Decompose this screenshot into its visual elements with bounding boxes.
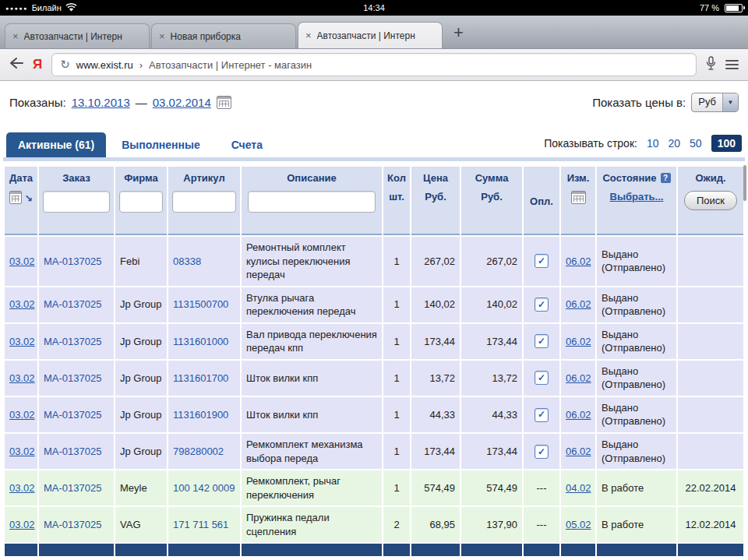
date-to-link[interactable]: 03.02.2014 (153, 96, 211, 109)
order-date-link[interactable]: 03.02 (9, 409, 35, 421)
order-number-link[interactable]: MA-0137025 (44, 298, 101, 310)
close-tab-icon[interactable]: × (305, 30, 312, 41)
order-date-link[interactable]: 03.02 (9, 255, 35, 267)
article-link[interactable]: 1131500700 (173, 298, 228, 310)
new-tab-button[interactable]: + (453, 24, 464, 44)
date-from-link[interactable]: 13.10.2013 (72, 96, 130, 109)
order-number-link[interactable]: MA-0137025 (44, 336, 101, 347)
column-sum[interactable]: Сумма (464, 172, 520, 184)
article-link[interactable]: 798280002 (173, 446, 224, 457)
description-text: Ремкомплект механизма выбора переда (246, 438, 363, 464)
date-range-separator: — (136, 96, 147, 109)
order-date-link[interactable]: 03.02 (9, 298, 35, 310)
column-qty[interactable]: Кол (386, 172, 408, 184)
description-text: Ремонтный комплект кулисы переключения п… (246, 241, 350, 280)
changed-date-link[interactable]: 06.02 (566, 255, 591, 267)
article-link[interactable]: 1131601000 (173, 336, 228, 347)
firm-name: Meyle (120, 482, 147, 494)
column-order[interactable]: Заказ (41, 172, 111, 184)
firm-name: Febi (120, 255, 139, 267)
changed-date-link[interactable]: 06.02 (566, 446, 591, 457)
column-description[interactable]: Описание (244, 172, 379, 184)
quantity-value: 1 (393, 336, 399, 347)
article-link[interactable]: 1131601900 (173, 409, 228, 421)
yandex-logo-icon[interactable]: Я (33, 57, 42, 72)
order-filter-input[interactable] (43, 191, 110, 213)
back-button[interactable] (9, 57, 23, 72)
browser-tab-bar: × Автозапчасти | Интерн × Новая приборка… (0, 16, 748, 49)
changed-filter-calendar-icon[interactable] (571, 191, 586, 204)
order-number-link[interactable]: MA-0137025 (44, 446, 101, 457)
changed-date-link[interactable]: 04.02 (566, 482, 591, 494)
article-filter-input[interactable] (172, 191, 236, 213)
changed-date-link[interactable]: 06.02 (566, 336, 591, 347)
paid-checkbox[interactable]: ✓ (535, 445, 549, 459)
browser-tab[interactable]: × Автозапчасти | Интерн (5, 23, 150, 48)
order-date-link[interactable]: 03.02 (9, 446, 35, 457)
quantity-value: 1 (393, 372, 399, 384)
column-status[interactable]: Состояние (602, 172, 656, 184)
check-icon: ✓ (538, 408, 545, 421)
changed-date-link[interactable]: 05.02 (566, 519, 591, 530)
order-number-link[interactable]: MA-0137025 (44, 255, 101, 267)
menu-icon[interactable] (725, 58, 739, 72)
article-link[interactable]: 08338 (173, 255, 201, 267)
column-paid[interactable]: Опл. (526, 195, 557, 207)
date-filter-calendar-icon[interactable] (9, 191, 22, 204)
order-number-link[interactable]: MA-0137025 (44, 409, 101, 421)
address-bar[interactable]: ↻ www.exist.ru › Автозапчасти | Интернет… (51, 53, 697, 76)
price-value: 173,44 (424, 446, 455, 457)
sort-direction-icon[interactable]: ↘ (25, 192, 33, 203)
scrollbar-thumb[interactable] (743, 165, 746, 201)
order-number-link[interactable]: MA-0137025 (44, 482, 101, 494)
rows-option-50[interactable]: 50 (690, 137, 702, 150)
order-number-link[interactable]: MA-0137025 (44, 372, 101, 384)
article-link[interactable]: 1131601700 (173, 372, 228, 384)
rows-option-20[interactable]: 20 (668, 137, 680, 150)
column-firm[interactable]: Фирма (118, 172, 164, 184)
article-link[interactable]: 171 711 561 (173, 519, 228, 530)
close-tab-icon[interactable]: × (159, 30, 165, 42)
paid-checkbox[interactable]: ✓ (535, 334, 549, 348)
close-tab-icon[interactable]: × (12, 30, 19, 42)
rows-option-100[interactable]: 100 (711, 135, 742, 152)
paid-checkbox[interactable]: ✓ (535, 408, 549, 422)
order-date-link[interactable]: 03.02 (9, 482, 35, 494)
column-sum-unit: Руб. (464, 191, 520, 203)
column-price[interactable]: Цена (414, 172, 457, 184)
currency-dropdown[interactable]: Руб ▼ (691, 93, 739, 112)
description-filter-input[interactable] (248, 191, 376, 213)
column-changed[interactable]: Изм. (563, 172, 593, 184)
search-button[interactable]: Поиск (684, 191, 737, 210)
signal-strength-icon: ●●●●● (5, 5, 28, 11)
paid-checkbox[interactable]: ✓ (535, 298, 549, 312)
status-help-icon[interactable]: ? (661, 173, 671, 183)
column-date[interactable]: Дата (7, 172, 35, 184)
firm-filter-input[interactable] (119, 191, 163, 213)
order-date-link[interactable]: 03.02 (9, 519, 35, 530)
tab-invoices[interactable]: Счета (216, 132, 278, 157)
paid-checkbox[interactable]: ✓ (535, 371, 549, 385)
paid-checkbox[interactable]: ✓ (535, 254, 549, 268)
order-date-link[interactable]: 03.02 (9, 372, 35, 384)
microphone-icon[interactable] (706, 56, 716, 74)
tab-completed-orders[interactable]: Выполненные (106, 132, 216, 157)
rows-option-10[interactable]: 10 (647, 137, 659, 150)
order-date-link[interactable]: 03.02 (9, 336, 35, 347)
status-choose-link[interactable]: Выбрать... (610, 191, 664, 203)
order-number-link[interactable]: MA-0137025 (44, 519, 101, 530)
browser-tab-active[interactable]: × Автозапчасти | Интерн (298, 22, 443, 48)
currency-label: Показать цены в: (592, 96, 686, 109)
reload-icon[interactable]: ↻ (60, 58, 70, 72)
article-link[interactable]: 100 142 0009 (173, 482, 235, 494)
changed-date-link[interactable]: 06.02 (566, 409, 591, 421)
order-row: 03.02MA-0137025Febi08338Ремонтный компле… (5, 237, 743, 286)
browser-tab[interactable]: × Новая приборка (151, 23, 296, 48)
column-article[interactable]: Артикул (171, 172, 238, 184)
changed-date-link[interactable]: 06.02 (566, 298, 591, 310)
sum-value: 574,49 (486, 482, 517, 494)
tab-active-orders[interactable]: Активные (61) (6, 132, 106, 157)
column-expected[interactable]: Ожид. (680, 172, 741, 184)
calendar-icon[interactable] (217, 96, 231, 109)
changed-date-link[interactable]: 06.02 (566, 372, 591, 384)
